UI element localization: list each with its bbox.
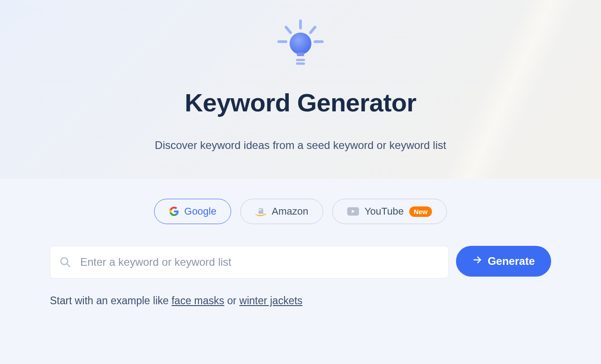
tab-label: Google bbox=[184, 206, 217, 217]
tab-label: YouTube bbox=[364, 206, 403, 217]
svg-point-5 bbox=[290, 33, 311, 54]
svg-rect-8 bbox=[296, 62, 305, 65]
example-link-face-masks[interactable]: face masks bbox=[171, 295, 224, 307]
amazon-icon bbox=[255, 206, 266, 216]
page-subtitle: Discover keyword ideas from a seed keywo… bbox=[0, 139, 601, 152]
new-badge: New bbox=[409, 206, 432, 217]
example-row: Start with an example like face masks or… bbox=[0, 295, 601, 307]
arrow-right-icon bbox=[472, 255, 482, 268]
search-row: Generate bbox=[0, 246, 601, 278]
controls-section: Google Amazon YouTube New bbox=[0, 179, 601, 327]
hero-section: Keyword Generator Discover keyword ideas… bbox=[0, 0, 601, 179]
lightbulb-icon bbox=[273, 18, 328, 74]
generate-label: Generate bbox=[488, 255, 535, 268]
generate-button[interactable]: Generate bbox=[456, 246, 551, 277]
tab-amazon[interactable]: Amazon bbox=[240, 199, 323, 224]
example-link-winter-jackets[interactable]: winter jackets bbox=[239, 295, 302, 307]
youtube-icon bbox=[347, 207, 359, 216]
tab-google[interactable]: Google bbox=[154, 199, 232, 224]
svg-rect-6 bbox=[297, 53, 304, 56]
tab-youtube[interactable]: YouTube New bbox=[332, 199, 447, 224]
svg-line-1 bbox=[286, 27, 291, 33]
svg-line-2 bbox=[310, 27, 315, 33]
example-prefix: Start with an example like bbox=[50, 295, 171, 307]
example-separator: or bbox=[224, 295, 239, 307]
tabs-row: Google Amazon YouTube New bbox=[0, 199, 601, 224]
search-icon bbox=[59, 256, 71, 268]
svg-line-11 bbox=[67, 264, 70, 267]
keyword-input[interactable] bbox=[80, 256, 439, 268]
google-icon bbox=[169, 206, 179, 216]
tab-label: Amazon bbox=[271, 206, 308, 217]
svg-rect-7 bbox=[296, 59, 305, 61]
search-box bbox=[50, 246, 449, 278]
page-title: Keyword Generator bbox=[0, 88, 601, 117]
